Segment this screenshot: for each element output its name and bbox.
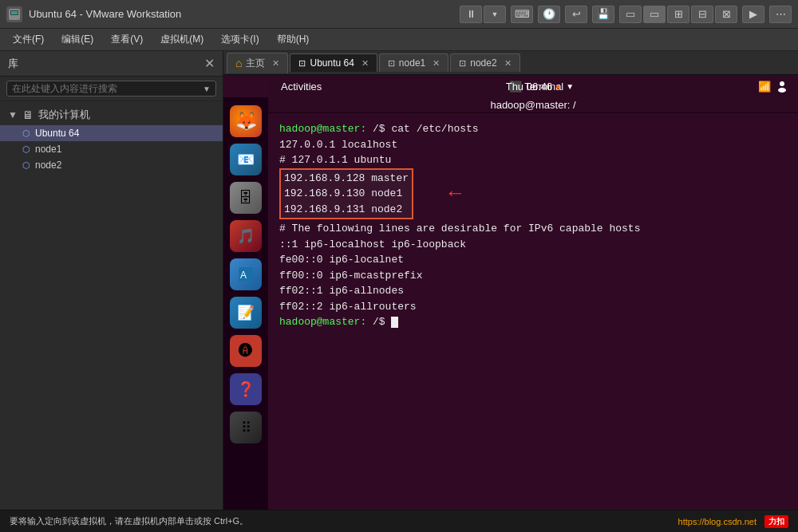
dock-thunderbird[interactable]: 📧 <box>230 144 262 175</box>
menu-view[interactable]: 查看(V) <box>103 31 151 48</box>
vm-toggle2[interactable]: ⊠ <box>715 6 737 23</box>
csdn-badge: 力扣 <box>764 515 788 528</box>
tab-home[interactable]: ⌂ 主页 ✕ <box>227 53 288 73</box>
menu-file[interactable]: 文件(F) <box>5 31 52 48</box>
status-right: https://blog.csdn.net 力扣 <box>678 515 788 528</box>
window-title: Ubuntu 64 - VMware Workstation <box>29 8 181 20</box>
tree-root-item[interactable]: ▼ 🖥 我的计算机 <box>0 104 223 125</box>
vm-fullscreen[interactable]: ▭ <box>643 6 666 23</box>
vm-normal-view[interactable]: ▭ <box>619 6 642 23</box>
titlebar: Ubuntu 64 - VMware Workstation ⏸ ▼ ⌨ 🕐 ↩… <box>0 0 798 29</box>
tab-node2-label: node2 <box>470 57 496 69</box>
menu-help[interactable]: 帮助(H) <box>269 31 318 48</box>
output-line-0: 127.0.0.1 localhost <box>279 137 787 153</box>
terminal-cursor <box>391 317 398 328</box>
computer-icon: 🖥 <box>22 108 34 121</box>
send-ctrl-alt-del-button[interactable]: ⌨ <box>511 6 533 23</box>
tab-node1-label: node1 <box>399 57 425 69</box>
tree-child-node2[interactable]: ⬡ node2 <box>0 157 223 173</box>
dock-texteditor[interactable]: 📝 <box>230 297 262 329</box>
output-line-4: 192.168.9.131 node2 <box>284 202 409 218</box>
output-line-3: 192.168.9.130 node1 <box>284 186 409 202</box>
activities-button[interactable]: Activities <box>278 81 325 93</box>
pause-button[interactable]: ⏸ <box>460 6 482 23</box>
vm-toggle1[interactable]: ⊟ <box>691 6 713 23</box>
vm-node-icon-node2: ⬡ <box>22 160 30 171</box>
app-icon <box>6 6 22 22</box>
terminal-menu-arrow: ▼ <box>566 82 574 91</box>
console-button[interactable]: ▶ <box>742 6 764 23</box>
suspend-button[interactable]: 💾 <box>592 6 614 23</box>
snapshot-button[interactable]: 🕐 <box>538 6 560 23</box>
prompt1: hadoop@master: <box>279 123 366 135</box>
output-line-6: ::1 ip6-localhost ip6-loopback <box>279 237 787 253</box>
terminal-prompt2: hadoop@master: /$ <box>279 314 787 330</box>
pause-dropdown[interactable]: ▼ <box>484 6 506 23</box>
svg-text:A: A <box>240 270 247 281</box>
tab-ubuntu64[interactable]: ⊡ Ubuntu 64 ✕ <box>290 53 377 72</box>
csdn-link[interactable]: https://blog.csdn.net <box>678 517 757 526</box>
output-line-9: ff02::1 ip6-allnodes <box>279 283 787 299</box>
cmd1: /$ cat /etc/hosts <box>373 123 479 135</box>
output-line-8: ff00::0 ip6-mcastprefix <box>279 268 787 284</box>
dock-libreoffice[interactable]: A <box>230 258 262 290</box>
sidebar-header: 库 ✕ <box>0 51 223 77</box>
sidebar-close-button[interactable]: ✕ <box>204 56 215 71</box>
tray-person-icon <box>776 80 788 93</box>
red-arrow-annotation: ← <box>448 178 461 209</box>
output-line-5: # The following lines are desirable for … <box>279 221 787 237</box>
library-title: 库 <box>8 57 18 71</box>
tab-node1-icon: ⊡ <box>388 58 395 69</box>
tree-root-label: 我的计算机 <box>38 108 90 122</box>
svg-point-6 <box>778 88 786 93</box>
dock-apps[interactable]: ⠿ <box>230 412 262 443</box>
vm-node-icon-node1: ⬡ <box>22 144 30 155</box>
output-line-1: # 127.0.1.1 ubuntu <box>279 152 787 168</box>
more-button[interactable]: ⋯ <box>769 6 792 23</box>
search-dropdown-icon[interactable]: ▼ <box>203 85 211 93</box>
output-line-7: fe00::0 ip6-localnet <box>279 252 787 268</box>
menu-edit[interactable]: 编辑(E) <box>53 31 101 48</box>
tab-ubuntu64-label: Ubuntu 64 <box>310 57 354 69</box>
ubuntu-tray: 📶 <box>758 80 788 93</box>
ubuntu-clock: Thu 06:46 <box>506 81 553 93</box>
highlighted-section: 192.168.9.128 master 192.168.9.130 node1… <box>279 168 413 220</box>
sidebar: 库 ✕ ▼ ▼ 🖥 我的计算机 ⬡ Ubuntu 64 ⬡ node1 <box>0 51 223 510</box>
main-area: 库 ✕ ▼ ▼ 🖥 我的计算机 ⬡ Ubuntu 64 ⬡ node1 <box>0 51 798 510</box>
clock-dot: ● <box>555 82 560 91</box>
tab-node1[interactable]: ⊡ node1 ✕ <box>379 53 448 72</box>
dock-help[interactable]: ❓ <box>230 373 262 405</box>
search-bar: ▼ <box>0 77 223 101</box>
vm-unity[interactable]: ⊞ <box>667 6 689 23</box>
dock-files[interactable]: 🗄 <box>230 182 262 214</box>
expand-icon: ▼ <box>8 109 18 120</box>
ubuntu-screen[interactable]: 🦊 📧 🗄 🎵 A 📝 🅐 ❓ ⠿ Activities ⬛ <box>223 75 798 510</box>
dock-software[interactable]: 🅐 <box>230 335 262 367</box>
menu-vm[interactable]: 虚拟机(M) <box>152 31 211 48</box>
status-message: 要将输入定向到该虚拟机，请在虚拟机内部单击或按 Ctrl+G。 <box>10 515 248 527</box>
tab-node2-close[interactable]: ✕ <box>504 58 512 69</box>
tree-child-ubuntu64[interactable]: ⬡ Ubuntu 64 <box>0 125 223 141</box>
ubuntu-topbar: Activities ⬛ Terminal ▼ Thu 06:46 ● 📶 <box>268 75 798 97</box>
tab-ubuntu64-close[interactable]: ✕ <box>361 58 369 69</box>
tray-network-icon[interactable]: 📶 <box>758 81 771 93</box>
tree-child-label-node2: node2 <box>35 160 61 171</box>
vm-tree: ▼ 🖥 我的计算机 ⬡ Ubuntu 64 ⬡ node1 ⬡ node2 <box>0 101 223 510</box>
tree-child-node1[interactable]: ⬡ node1 <box>0 141 223 157</box>
terminal-content[interactable]: hadoop@master: /$ cat /etc/hosts 127.0.0… <box>268 113 798 510</box>
ubuntu-dock: 🦊 📧 🗄 🎵 A 📝 🅐 ❓ ⠿ <box>223 97 268 510</box>
bottom-bar: 要将输入定向到该虚拟机，请在虚拟机内部单击或按 Ctrl+G。 https://… <box>0 510 798 532</box>
dock-rhythmbox[interactable]: 🎵 <box>230 220 262 252</box>
search-input[interactable] <box>12 83 200 94</box>
tab-ubuntu-icon: ⊡ <box>298 58 306 69</box>
dock-firefox[interactable]: 🦊 <box>230 105 262 137</box>
prompt2: hadoop@master: <box>279 316 366 328</box>
tab-node1-close[interactable]: ✕ <box>433 58 440 69</box>
tab-home-close[interactable]: ✕ <box>272 58 279 69</box>
menu-tabs[interactable]: 选项卡(I) <box>213 31 267 48</box>
menubar: 文件(F) 编辑(E) 查看(V) 虚拟机(M) 选项卡(I) 帮助(H) <box>0 29 798 51</box>
search-wrapper: ▼ <box>6 81 216 97</box>
output-line-10: ff02::2 ip6-allrouters <box>279 299 787 315</box>
tab-node2[interactable]: ⊡ node2 ✕ <box>450 53 519 72</box>
revert-button[interactable]: ↩ <box>565 6 587 23</box>
